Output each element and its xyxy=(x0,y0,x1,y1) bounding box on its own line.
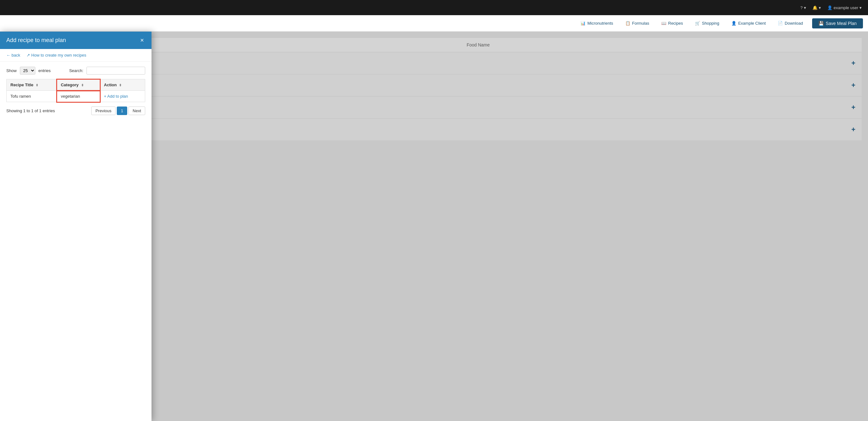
help-icon: ? xyxy=(801,5,803,10)
modal-close-button[interactable]: × xyxy=(139,37,145,44)
next-button[interactable]: Next xyxy=(128,107,145,115)
notifications-menu[interactable]: 🔔 ▾ xyxy=(812,5,821,10)
back-link[interactable]: ← back xyxy=(6,53,20,58)
sort-category-icon[interactable]: ⇕ xyxy=(81,83,84,87)
table-body: Tofu ramen vegetarian + Add to plan xyxy=(7,91,145,102)
help-link[interactable]: ↗ How to create my own recipes xyxy=(27,53,86,58)
modal-title: Add recipe to meal plan xyxy=(6,37,66,44)
external-link-icon: ↗ xyxy=(27,53,30,58)
cell-action: + Add to plan xyxy=(100,91,145,102)
secondary-nav: 📊 Micronutrients 📋 Formulas 📖 Recipes 🛒 … xyxy=(0,15,868,32)
add-to-plan-button[interactable]: + Add to plan xyxy=(104,94,128,99)
add-food-button-4[interactable]: + xyxy=(851,125,856,134)
top-nav: ? ▾ 🔔 ▾ 👤 example user ▾ xyxy=(0,0,868,15)
meal-row-4: + xyxy=(95,119,862,140)
recipes-icon: 📖 xyxy=(661,21,666,26)
user-dropdown-arrow: ▾ xyxy=(860,5,862,10)
save-icon: 💾 xyxy=(818,21,824,26)
main-content: Food Name + + + + Add recipe to meal pla… xyxy=(0,32,868,421)
col-action: Action ⇕ xyxy=(100,79,145,91)
pagination-info: Showing 1 to 1 of 1 entries xyxy=(6,108,55,113)
previous-button[interactable]: Previous xyxy=(91,107,116,115)
user-icon: 👤 xyxy=(827,5,832,10)
shopping-icon: 🛒 xyxy=(695,21,700,26)
add-food-button-1[interactable]: + xyxy=(851,59,856,67)
food-name-header: Food Name xyxy=(95,38,862,52)
search-input[interactable] xyxy=(87,67,145,75)
meal-plan-right-col: Food Name + + + + xyxy=(88,32,868,421)
modal-subheader: ← back ↗ How to create my own recipes xyxy=(0,49,152,62)
entries-select[interactable]: 25 xyxy=(20,67,35,75)
notifications-dropdown-arrow: ▾ xyxy=(819,5,821,10)
show-label: Show xyxy=(6,68,17,73)
add-recipe-modal: Add recipe to meal plan × ← back ↗ How t… xyxy=(0,32,152,421)
help-menu[interactable]: ? ▾ xyxy=(801,5,806,10)
sort-action-icon[interactable]: ⇕ xyxy=(119,83,122,87)
pagination-controls: Previous 1 Next xyxy=(91,107,145,115)
add-food-button-3[interactable]: + xyxy=(851,103,856,112)
modal-header: Add recipe to meal plan × xyxy=(0,32,152,49)
tab-shopping[interactable]: 🛒 Shopping xyxy=(690,18,725,28)
cell-recipe-title: Tofu ramen xyxy=(7,91,57,102)
search-label: Search: xyxy=(69,68,83,73)
add-food-button-2[interactable]: + xyxy=(851,81,856,89)
user-menu[interactable]: 👤 example user ▾ xyxy=(827,5,862,10)
example-client-icon: 👤 xyxy=(731,21,736,26)
save-meal-plan-button[interactable]: 💾 Save Meal Plan xyxy=(812,18,863,28)
page-1-button[interactable]: 1 xyxy=(117,107,127,115)
cell-category: vegetarian xyxy=(57,91,100,102)
meal-row-3: + xyxy=(95,97,862,118)
table-header: Recipe Title ⇕ Category ⇕ Action ⇕ xyxy=(7,79,145,91)
download-icon: 📄 xyxy=(778,21,783,26)
tab-formulas[interactable]: 📋 Formulas xyxy=(620,18,655,28)
user-label: example user xyxy=(834,5,858,10)
meal-row-2: + xyxy=(95,75,862,96)
recipe-table: Recipe Title ⇕ Category ⇕ Action ⇕ xyxy=(6,79,145,102)
table-controls: Show 25 entries Search: xyxy=(6,67,145,75)
modal-body: Show 25 entries Search: Recipe Title ⇕ xyxy=(0,62,152,421)
tab-micronutrients[interactable]: 📊 Micronutrients xyxy=(575,18,619,28)
sort-recipe-title-icon[interactable]: ⇕ xyxy=(36,83,38,87)
tab-recipes[interactable]: 📖 Recipes xyxy=(656,18,688,28)
formulas-icon: 📋 xyxy=(625,21,630,26)
help-dropdown-arrow: ▾ xyxy=(804,5,806,10)
col-category: Category ⇕ xyxy=(57,79,100,91)
tab-example-client[interactable]: 👤 Example Client xyxy=(726,18,771,28)
tab-download[interactable]: 📄 Download xyxy=(772,18,808,28)
meal-row-1: + xyxy=(95,53,862,74)
table-header-row: Recipe Title ⇕ Category ⇕ Action ⇕ xyxy=(7,79,145,91)
micronutrients-icon: 📊 xyxy=(581,21,586,26)
col-recipe-title: Recipe Title ⇕ xyxy=(7,79,57,91)
pagination-row: Showing 1 to 1 of 1 entries Previous 1 N… xyxy=(6,107,145,115)
entries-label: entries xyxy=(38,68,51,73)
table-row: Tofu ramen vegetarian + Add to plan xyxy=(7,91,145,102)
bell-icon: 🔔 xyxy=(812,5,817,10)
